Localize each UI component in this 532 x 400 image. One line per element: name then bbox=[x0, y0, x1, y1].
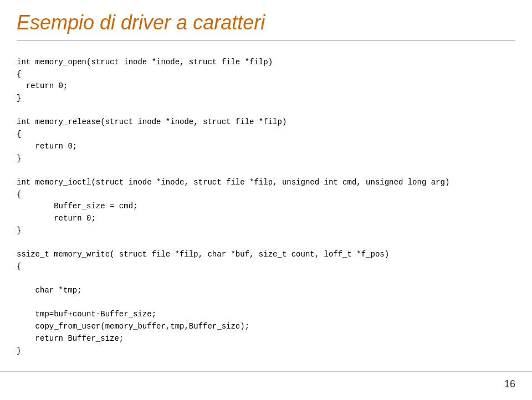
code-block: int memory_open(struct inode *inode, str… bbox=[17, 57, 515, 357]
page-number: 16 bbox=[504, 378, 515, 390]
slide-container: Esempio di driver a caratteri int memory… bbox=[0, 0, 532, 400]
bottom-divider bbox=[0, 371, 532, 372]
slide-title: Esempio di driver a caratteri bbox=[17, 11, 515, 41]
